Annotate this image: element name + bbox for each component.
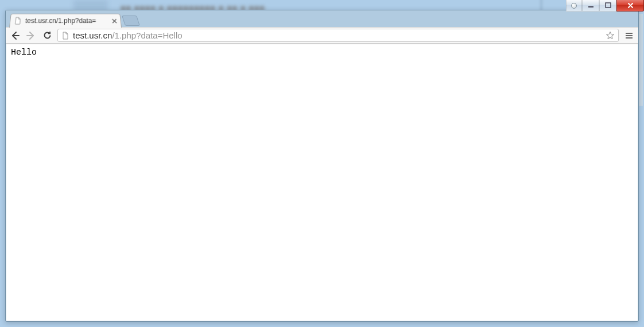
page-body-text: Hello (6, 44, 638, 61)
bookmark-button[interactable] (606, 31, 615, 40)
arrow-right-icon (26, 30, 36, 41)
window-close-button[interactable] (616, 0, 644, 11)
reload-button[interactable] (41, 30, 53, 41)
window-controls (566, 0, 644, 11)
browser-window: test.usr.cn/1.php?data= test.usr.cn/1.ph… (5, 10, 639, 322)
back-button[interactable] (9, 30, 21, 41)
svg-rect-1 (606, 3, 611, 7)
close-icon (111, 18, 117, 24)
browser-toolbar: test.usr.cn/1.php?data=Hello (6, 27, 638, 44)
tab-close-button[interactable] (111, 18, 117, 24)
minimize-button[interactable] (582, 0, 599, 11)
hamburger-icon (624, 31, 634, 40)
file-icon (61, 32, 69, 40)
svg-rect-2 (626, 33, 633, 34)
arrow-left-icon (10, 30, 20, 41)
user-button[interactable] (566, 0, 582, 11)
close-icon (627, 2, 634, 9)
tab-strip: test.usr.cn/1.php?data= (6, 10, 638, 27)
address-bar[interactable]: test.usr.cn/1.php?data=Hello (57, 29, 619, 42)
browser-tab[interactable]: test.usr.cn/1.php?data= (9, 14, 122, 28)
forward-button[interactable] (25, 30, 37, 41)
file-icon (14, 17, 22, 25)
star-icon (606, 31, 615, 40)
new-tab-button[interactable] (122, 16, 140, 26)
tab-title: test.usr.cn/1.php?data= (25, 17, 108, 25)
svg-rect-4 (626, 37, 633, 39)
svg-rect-3 (626, 35, 633, 36)
maximize-icon (605, 2, 611, 9)
page-content: Hello (6, 44, 638, 321)
menu-button[interactable] (623, 30, 635, 41)
maximize-button[interactable] (599, 0, 616, 11)
minimize-icon (588, 2, 594, 9)
url-text: test.usr.cn/1.php?data=Hello (73, 30, 602, 40)
svg-rect-0 (588, 6, 593, 7)
reload-icon (42, 30, 52, 40)
